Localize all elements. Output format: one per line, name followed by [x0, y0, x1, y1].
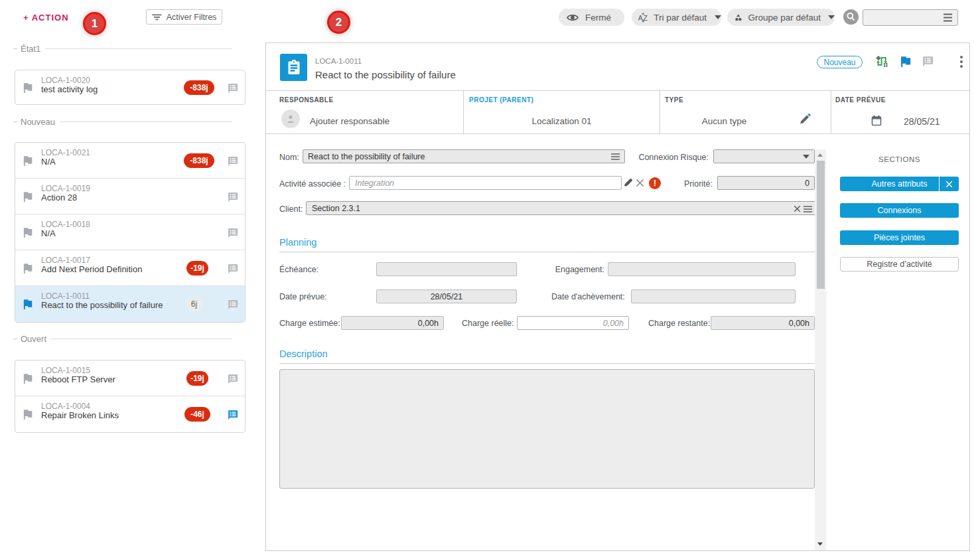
svg-text:Z: Z: [643, 13, 648, 21]
